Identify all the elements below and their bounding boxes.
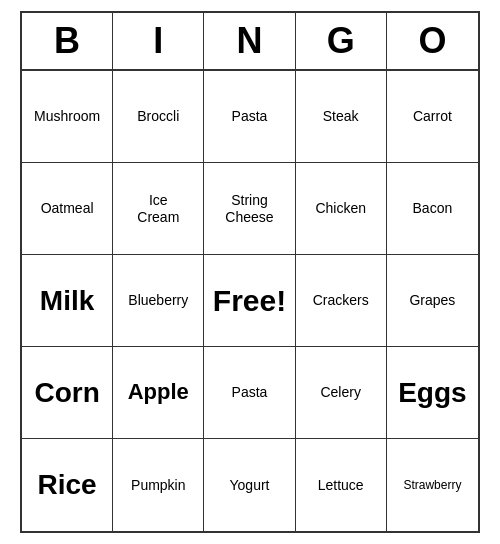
header-letter: I — [113, 13, 204, 69]
cell-label: Eggs — [398, 376, 466, 410]
bingo-grid: MushroomBroccliPastaSteakCarrotOatmealIc… — [22, 71, 478, 531]
bingo-cell: Pumpkin — [113, 439, 204, 531]
cell-label: Broccli — [137, 108, 179, 125]
bingo-cell: IceCream — [113, 163, 204, 255]
bingo-cell: Carrot — [387, 71, 478, 163]
bingo-cell: Milk — [22, 255, 113, 347]
cell-label: Apple — [128, 379, 189, 405]
cell-label: Carrot — [413, 108, 452, 125]
bingo-cell: Oatmeal — [22, 163, 113, 255]
bingo-cell: Celery — [296, 347, 387, 439]
bingo-cell: Eggs — [387, 347, 478, 439]
bingo-cell: Mushroom — [22, 71, 113, 163]
cell-label: IceCream — [137, 192, 179, 226]
bingo-cell: Steak — [296, 71, 387, 163]
cell-label: Celery — [320, 384, 360, 401]
bingo-cell: Corn — [22, 347, 113, 439]
cell-label: Yogurt — [230, 477, 270, 494]
bingo-cell: Chicken — [296, 163, 387, 255]
cell-label: Strawberry — [403, 478, 461, 492]
bingo-card: BINGO MushroomBroccliPastaSteakCarrotOat… — [20, 11, 480, 533]
cell-label: Milk — [40, 284, 94, 318]
cell-label: Pumpkin — [131, 477, 185, 494]
cell-label: Oatmeal — [41, 200, 94, 217]
bingo-cell: Crackers — [296, 255, 387, 347]
bingo-cell: Yogurt — [204, 439, 295, 531]
cell-label: Lettuce — [318, 477, 364, 494]
header-letter: B — [22, 13, 113, 69]
bingo-cell: Broccli — [113, 71, 204, 163]
cell-label: Mushroom — [34, 108, 100, 125]
bingo-cell: Bacon — [387, 163, 478, 255]
bingo-cell: Apple — [113, 347, 204, 439]
bingo-cell: Blueberry — [113, 255, 204, 347]
bingo-cell: Grapes — [387, 255, 478, 347]
bingo-cell: Pasta — [204, 71, 295, 163]
cell-label: Steak — [323, 108, 359, 125]
cell-label: Chicken — [315, 200, 366, 217]
cell-label: Blueberry — [128, 292, 188, 309]
cell-label: Free! — [213, 283, 286, 319]
header-letter: N — [204, 13, 295, 69]
cell-label: Crackers — [313, 292, 369, 309]
cell-label: Pasta — [232, 384, 268, 401]
cell-label: Rice — [38, 468, 97, 502]
cell-label: Grapes — [409, 292, 455, 309]
bingo-cell: Pasta — [204, 347, 295, 439]
cell-label: Pasta — [232, 108, 268, 125]
bingo-cell: StringCheese — [204, 163, 295, 255]
bingo-cell: Free! — [204, 255, 295, 347]
header-letter: G — [296, 13, 387, 69]
cell-label: Bacon — [413, 200, 453, 217]
bingo-header: BINGO — [22, 13, 478, 71]
header-letter: O — [387, 13, 478, 69]
cell-label: Corn — [34, 376, 99, 410]
cell-label: StringCheese — [225, 192, 273, 226]
bingo-cell: Strawberry — [387, 439, 478, 531]
bingo-cell: Lettuce — [296, 439, 387, 531]
bingo-cell: Rice — [22, 439, 113, 531]
